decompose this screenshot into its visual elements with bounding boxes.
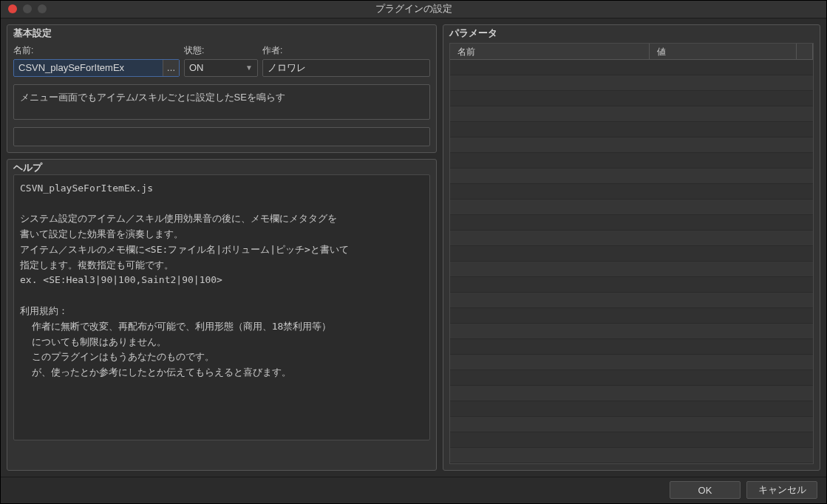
table-row[interactable] <box>450 60 813 75</box>
table-row[interactable] <box>450 308 813 324</box>
minimize-icon[interactable] <box>23 4 32 13</box>
table-row[interactable] <box>450 200 813 215</box>
plugin-name-value: CSVN_playSeForItemEx <box>18 62 124 73</box>
plugin-name-input[interactable]: CSVN_playSeForItemEx … <box>13 59 180 77</box>
parameters-rows[interactable] <box>450 60 813 463</box>
ellipsis-icon[interactable]: … <box>163 60 179 76</box>
window-title: プラグインの設定 <box>1 2 826 16</box>
chevron-down-icon: ▼ <box>245 64 253 72</box>
table-row[interactable] <box>450 262 813 277</box>
maximize-icon[interactable] <box>38 4 47 13</box>
description-box: メニュー画面でもアイテム/スキルごとに設定したSEを鳴らす <box>13 84 430 120</box>
table-row[interactable] <box>450 386 813 401</box>
basic-settings-title: 基本設定 <box>13 27 52 40</box>
table-row[interactable] <box>450 106 813 122</box>
help-textarea[interactable]: CSVN_playSeForItemEx.js システム設定のアイテム／スキル使… <box>13 174 430 440</box>
name-field-wrap: 名前: CSVN_playSeForItemEx … <box>13 44 180 77</box>
left-column: 基本設定 名前: CSVN_playSeForItemEx … 状態: ON <box>7 24 437 471</box>
author-input[interactable]: ノロワレ <box>262 59 430 77</box>
parameters-group: パラメータ 名前 値 <box>443 24 820 471</box>
ok-button[interactable]: OK <box>670 481 741 499</box>
basic-settings-group: 基本設定 名前: CSVN_playSeForItemEx … 状態: ON <box>7 24 437 153</box>
table-row[interactable] <box>450 215 813 231</box>
status-field-wrap: 状態: ON ▼ <box>184 44 258 77</box>
name-label: 名前: <box>13 44 180 57</box>
status-value: ON <box>189 62 204 73</box>
table-row[interactable] <box>450 417 813 432</box>
table-row[interactable] <box>450 401 813 417</box>
table-row[interactable] <box>450 168 813 184</box>
param-header-spacer <box>797 44 813 59</box>
help-group: ヘルプ CSVN_playSeForItemEx.js システム設定のアイテム／… <box>7 159 437 471</box>
parameters-table: 名前 値 <box>449 43 814 464</box>
content-area: 基本設定 名前: CSVN_playSeForItemEx … 状態: ON <box>1 18 826 477</box>
titlebar: プラグインの設定 <box>1 1 826 18</box>
table-row[interactable] <box>450 184 813 200</box>
param-header-name[interactable]: 名前 <box>450 44 650 59</box>
table-row[interactable] <box>450 137 813 153</box>
close-icon[interactable] <box>8 4 17 13</box>
table-row[interactable] <box>450 153 813 168</box>
table-row[interactable] <box>450 122 813 137</box>
parameters-title: パラメータ <box>449 27 497 40</box>
footer: OK キャンセル <box>1 477 826 503</box>
table-row[interactable] <box>450 293 813 308</box>
extra-info-box <box>13 127 430 146</box>
status-label: 状態: <box>184 44 258 57</box>
right-column: パラメータ 名前 値 <box>443 24 820 471</box>
plugin-settings-window: プラグインの設定 基本設定 名前: CSVN_playSeForItemEx …… <box>0 0 827 504</box>
window-controls <box>1 4 47 13</box>
table-row[interactable] <box>450 277 813 293</box>
table-row[interactable] <box>450 339 813 355</box>
description-text: メニュー画面でもアイテム/スキルごとに設定したSEを鳴らす <box>20 92 285 103</box>
cancel-button[interactable]: キャンセル <box>746 481 817 499</box>
author-label: 作者: <box>262 44 430 57</box>
table-row[interactable] <box>450 231 813 246</box>
param-header-value[interactable]: 値 <box>650 44 797 59</box>
table-row[interactable] <box>450 91 813 106</box>
table-row[interactable] <box>450 355 813 370</box>
table-row[interactable] <box>450 448 813 463</box>
help-title: ヘルプ <box>13 161 42 174</box>
table-row[interactable] <box>450 324 813 339</box>
parameters-header: 名前 値 <box>450 44 813 60</box>
table-row[interactable] <box>450 370 813 386</box>
table-row[interactable] <box>450 75 813 91</box>
status-dropdown[interactable]: ON ▼ <box>184 59 258 77</box>
table-row[interactable] <box>450 246 813 262</box>
author-value: ノロワレ <box>268 61 306 75</box>
table-row[interactable] <box>450 432 813 448</box>
author-field-wrap: 作者: ノロワレ <box>262 44 430 77</box>
